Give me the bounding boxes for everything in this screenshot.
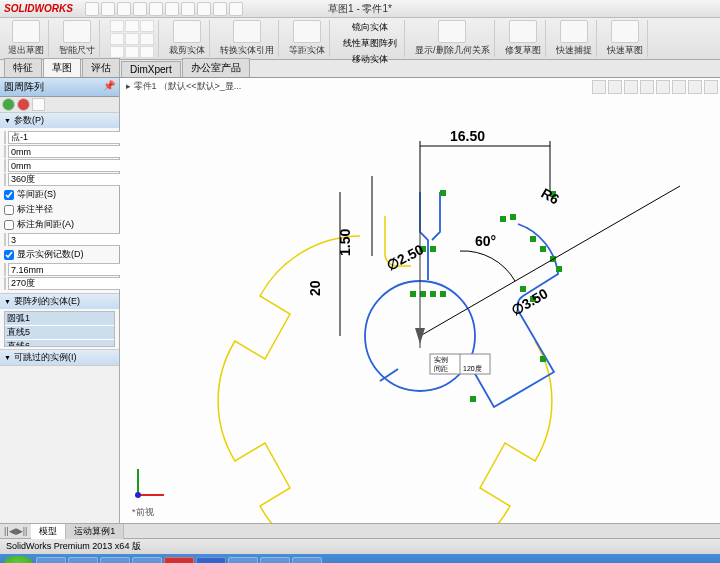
- ribbon-sketch-tools: [106, 20, 159, 57]
- entities-list[interactable]: 圆弧1 直线5 直线6 圆弧2: [4, 311, 115, 347]
- move-button[interactable]: 移动实体: [349, 52, 391, 67]
- task-explorer-icon[interactable]: [36, 557, 66, 563]
- list-item[interactable]: 直线6: [5, 340, 114, 347]
- task-folder-icon[interactable]: [228, 557, 258, 563]
- pm-title: 圆周阵列 📌: [0, 78, 119, 97]
- task-browser-icon[interactable]: [68, 557, 98, 563]
- qat-select-icon[interactable]: [181, 2, 195, 16]
- text-icon[interactable]: [140, 46, 154, 58]
- qat-redo-icon[interactable]: [165, 2, 179, 16]
- task-ie-icon[interactable]: [100, 557, 130, 563]
- cancel-button[interactable]: [17, 98, 30, 111]
- qat-rebuild-icon[interactable]: [197, 2, 211, 16]
- skip-header[interactable]: 可跳过的实例(I): [0, 350, 119, 365]
- task-solidworks-icon[interactable]: [164, 557, 194, 563]
- list-item[interactable]: 直线5: [5, 326, 114, 339]
- start-button[interactable]: [2, 556, 34, 563]
- point-icon[interactable]: [125, 46, 139, 58]
- dim-20[interactable]: 20: [307, 280, 323, 296]
- total-angle-input[interactable]: [8, 173, 126, 186]
- qat-print-icon[interactable]: [133, 2, 147, 16]
- ribbon-smart-dimension[interactable]: 智能尺寸: [55, 20, 100, 57]
- radius-x-icon: [4, 145, 6, 158]
- hide-show-icon[interactable]: [688, 80, 702, 94]
- instances-input[interactable]: [8, 233, 126, 246]
- qat-new-icon[interactable]: [85, 2, 99, 16]
- tab-office[interactable]: 办公室产品: [182, 58, 250, 77]
- ribbon-rapid-sketch[interactable]: 快速草图: [603, 20, 648, 57]
- ribbon-trim[interactable]: 裁剪实体: [165, 20, 210, 57]
- preview-icon[interactable]: [32, 98, 45, 111]
- tab-evaluate[interactable]: 评估: [82, 58, 120, 77]
- qat-options-icon[interactable]: [213, 2, 227, 16]
- task-app-icon[interactable]: [292, 557, 322, 563]
- tab-sketch[interactable]: 草图: [43, 58, 81, 77]
- tab-features[interactable]: 特征: [4, 58, 42, 77]
- dim-r6[interactable]: R6: [539, 185, 563, 208]
- zoom-area-icon[interactable]: [608, 80, 622, 94]
- ribbon-snap[interactable]: 快速捕捉: [552, 20, 597, 57]
- dim-16-50[interactable]: 16.50: [450, 128, 485, 144]
- appearance-icon[interactable]: [704, 80, 718, 94]
- breadcrumb[interactable]: ▸ 零件1 （默认<<默认>_显...: [126, 80, 241, 93]
- dim-60deg[interactable]: 60°: [475, 233, 496, 249]
- svg-rect-12: [420, 291, 426, 297]
- slot-icon[interactable]: [140, 33, 154, 45]
- view-toolbar: [590, 78, 720, 96]
- status-bar: SolidWorks Premium 2013 x64 版: [0, 538, 720, 554]
- task-media-icon[interactable]: [260, 557, 290, 563]
- pushpin-icon[interactable]: 📌: [103, 80, 115, 94]
- dim-1-50[interactable]: 1.50: [337, 229, 353, 256]
- qat-save-icon[interactable]: [117, 2, 131, 16]
- sketch-canvas[interactable]: 1.50 16.50 R6 20 ∅2.50 60° ∅3.50 实例 间距 1…: [120, 96, 720, 523]
- view-triad[interactable]: [130, 463, 170, 503]
- ribbon-offset[interactable]: 等距实体: [285, 20, 330, 57]
- scene-icon[interactable]: [672, 80, 686, 94]
- tab-nav-icons[interactable]: ||◀▶||: [0, 526, 31, 536]
- entities-header[interactable]: 要阵列的实体(E): [0, 294, 119, 309]
- list-item[interactable]: 圆弧1: [5, 312, 114, 325]
- tab-motion[interactable]: 运动算例1: [66, 524, 124, 539]
- ellipse-icon[interactable]: [110, 46, 124, 58]
- spacing-d-input[interactable]: [8, 263, 126, 276]
- tab-model[interactable]: 模型: [31, 524, 66, 539]
- dim-3-50[interactable]: ∅3.50: [509, 285, 551, 319]
- linear-pattern-button[interactable]: 线性草图阵列: [340, 36, 400, 51]
- zoom-fit-icon[interactable]: [592, 80, 606, 94]
- dim-angle-check[interactable]: 标注角间距(A): [4, 218, 115, 231]
- graphics-area[interactable]: ▸ 零件1 （默认<<默认>_显...: [120, 78, 720, 523]
- equal-spacing-check[interactable]: 等间距(S): [4, 188, 115, 201]
- center-point-input[interactable]: [8, 131, 126, 144]
- arc-icon[interactable]: [110, 33, 124, 45]
- ribbon-convert[interactable]: 转换实体引用: [216, 20, 279, 57]
- qat-undo-icon[interactable]: [149, 2, 163, 16]
- spacing-a-input[interactable]: [8, 277, 126, 290]
- display-style-icon[interactable]: [640, 80, 654, 94]
- params-header[interactable]: 参数(P): [0, 113, 119, 128]
- qat-open-icon[interactable]: [101, 2, 115, 16]
- ribbon-exit-sketch[interactable]: 退出草图: [4, 20, 49, 57]
- rect-icon[interactable]: [125, 20, 139, 32]
- svg-rect-11: [410, 291, 416, 297]
- mirror-button[interactable]: 镜向实体: [349, 20, 391, 35]
- ribbon-relations[interactable]: 显示/删除几何关系: [411, 20, 495, 57]
- svg-rect-15: [470, 396, 476, 402]
- tab-dimxpert[interactable]: DimXpert: [121, 61, 181, 77]
- svg-rect-18: [440, 190, 446, 196]
- radius-x-input[interactable]: [8, 145, 126, 158]
- dim-radius-check[interactable]: 标注半径: [4, 203, 115, 216]
- spline-icon[interactable]: [125, 33, 139, 45]
- circle-icon[interactable]: [140, 20, 154, 32]
- task-360-icon[interactable]: [132, 557, 162, 563]
- view-orient-icon[interactable]: [624, 80, 638, 94]
- section-icon[interactable]: [656, 80, 670, 94]
- line-icon[interactable]: [110, 20, 124, 32]
- ribbon-repair[interactable]: 修复草图: [501, 20, 546, 57]
- radius-y-input[interactable]: [8, 159, 126, 172]
- ok-button[interactable]: [2, 98, 15, 111]
- show-count-check[interactable]: 显示实例记数(D): [4, 248, 115, 261]
- qat-help-icon[interactable]: [229, 2, 243, 16]
- instance-callout[interactable]: 实例 间距 120度: [430, 354, 490, 374]
- task-word-icon[interactable]: [196, 557, 226, 563]
- convert-icon: [233, 20, 261, 43]
